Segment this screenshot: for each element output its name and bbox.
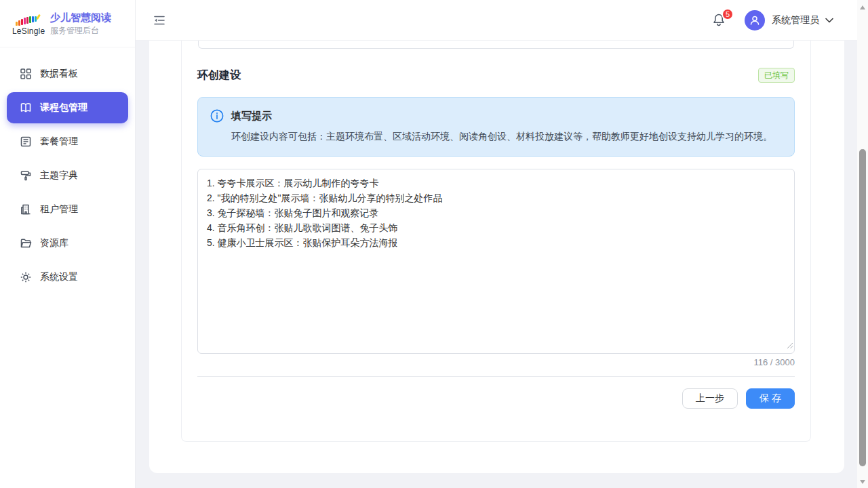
content-area: 环创建设 已填写 填写提示 环创建设内容可包括：主题环境布置、区域活动环境、阅读…	[136, 41, 857, 488]
notification-badge: 5	[722, 8, 734, 20]
building-icon	[20, 203, 32, 216]
previous-field-partial	[198, 41, 794, 49]
sidebar-item-label: 数据看板	[40, 68, 78, 80]
status-badge: 已填写	[758, 68, 795, 83]
form-card: 环创建设 已填写 填写提示 环创建设内容可包括：主题环境布置、区域活动环境、阅读…	[181, 41, 811, 442]
scrollbar-thumb[interactable]	[859, 149, 866, 466]
paint-roller-icon	[20, 169, 32, 182]
sidebar-item-theme-dictionary[interactable]: 主题字典	[7, 160, 128, 191]
sidebar-item-label: 课程包管理	[40, 102, 87, 114]
username[interactable]: 系统管理员	[772, 14, 819, 26]
sidebar-item-label: 系统设置	[40, 271, 78, 283]
folder-icon	[20, 237, 32, 249]
sidebar-item-resources[interactable]: 资源库	[7, 228, 128, 259]
page-card: 环创建设 已填写 填写提示 环创建设内容可包括：主题环境布置、区域活动环境、阅读…	[149, 41, 844, 473]
environment-setup-textarea[interactable]: 1. 夸夸卡展示区：展示幼儿制作的夸夸卡 2. "我的特别之处"展示墙：张贴幼儿…	[197, 169, 795, 354]
main-area: 5 系统管理员 环创建设 已填写	[136, 0, 857, 488]
list-document-icon	[20, 136, 32, 148]
sidebar-item-label: 租户管理	[40, 203, 78, 216]
logo: LeSingle 少儿智慧阅读 服务管理后台	[0, 0, 135, 47]
sidebar-item-course-packages[interactable]: 课程包管理	[7, 92, 128, 123]
app-subtitle: 服务管理后台	[50, 25, 111, 36]
chevron-down-icon[interactable]	[825, 14, 834, 26]
tip-body: 环创建设内容可包括：主题环境布置、区域活动环境、阅读角创设、材料投放建议等，帮助…	[231, 129, 781, 144]
scroll-down-arrow-icon[interactable]	[860, 480, 865, 484]
logo-word: LeSingle	[12, 26, 43, 36]
sidebar-item-label: 主题字典	[40, 169, 78, 182]
scroll-up-arrow-icon[interactable]	[860, 5, 865, 9]
sidebar: LeSingle 少儿智慧阅读 服务管理后台 数据看板 课程包管理 套餐管理	[0, 0, 136, 488]
collapse-sidebar-icon[interactable]	[153, 14, 166, 27]
tip-box: 填写提示 环创建设内容可包括：主题环境布置、区域活动环境、阅读角创设、材料投放建…	[197, 97, 795, 157]
tip-title: 填写提示	[231, 110, 272, 123]
sidebar-item-label: 资源库	[40, 237, 68, 249]
sidebar-item-plans[interactable]: 套餐管理	[7, 126, 128, 157]
sidebar-menu: 数据看板 课程包管理 套餐管理 主题字典 租户管理	[0, 47, 135, 293]
save-button[interactable]: 保 存	[746, 388, 795, 409]
avatar[interactable]	[745, 10, 765, 30]
lesingle-logo-icon: LeSingle	[12, 11, 43, 36]
sidebar-item-tenants[interactable]: 租户管理	[7, 194, 128, 225]
divider	[197, 376, 795, 377]
sidebar-item-settings[interactable]: 系统设置	[7, 262, 128, 293]
sidebar-item-dashboard[interactable]: 数据看板	[7, 58, 128, 89]
section-header: 环创建设 已填写	[197, 68, 795, 83]
info-icon	[210, 109, 224, 123]
dashboard-icon	[20, 68, 32, 80]
section-title: 环创建设	[197, 68, 241, 83]
notifications-button[interactable]: 5	[712, 13, 727, 28]
char-counter: 116 / 3000	[197, 357, 795, 367]
open-book-icon	[20, 102, 32, 114]
gear-icon	[20, 271, 32, 283]
sidebar-item-label: 套餐管理	[40, 136, 78, 148]
top-bar: 5 系统管理员	[136, 0, 857, 41]
page-scrollbar[interactable]	[857, 0, 868, 488]
app-title: 少儿智慧阅读	[50, 11, 111, 24]
button-row: 上一步 保 存	[197, 388, 795, 409]
previous-step-button[interactable]: 上一步	[682, 388, 738, 409]
